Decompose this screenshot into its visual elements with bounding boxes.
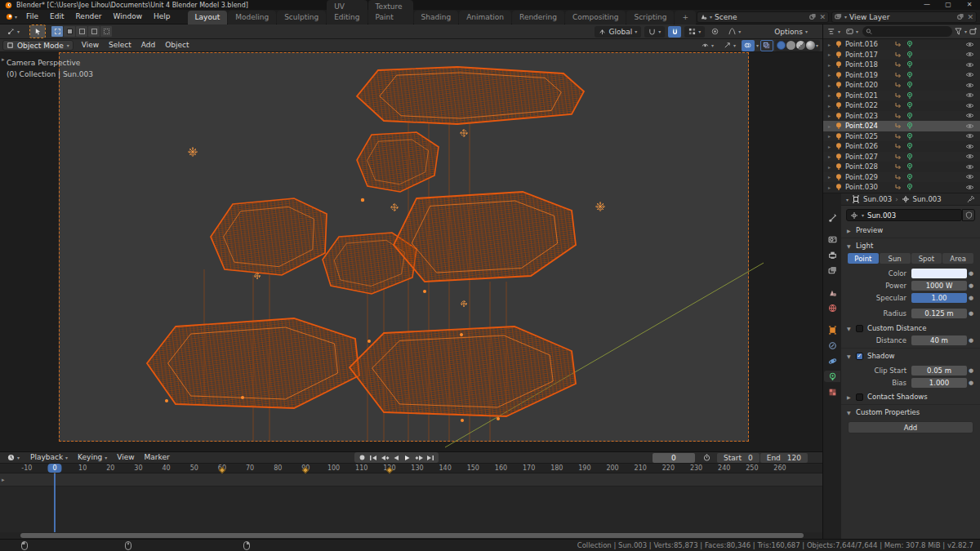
play-button[interactable]	[403, 453, 413, 462]
expand-arrow-icon[interactable]: ▸	[828, 92, 835, 98]
tab-object[interactable]	[824, 324, 840, 335]
expand-arrow-icon[interactable]: ▸	[828, 144, 835, 149]
expand-arrow-icon[interactable]: ▸	[828, 133, 835, 139]
timeline-expander-icon[interactable]: ▸	[2, 477, 5, 483]
start-frame-field[interactable]: Start 0	[717, 453, 760, 463]
eye-icon[interactable]	[965, 173, 974, 180]
object-visibility-dropdown[interactable]: ▾	[697, 40, 718, 51]
tab-object-data[interactable]	[824, 371, 840, 382]
eye-icon[interactable]	[965, 51, 974, 58]
outliner-row[interactable]: ▸ Point.029	[823, 172, 980, 183]
timeline-body[interactable]	[0, 487, 822, 532]
current-frame-field[interactable]: 0	[653, 453, 695, 463]
active-tool-button[interactable]	[30, 25, 45, 38]
record-button[interactable]	[357, 453, 368, 462]
select-mode-circle[interactable]	[76, 26, 87, 37]
wireframe-model[interactable]	[147, 67, 584, 416]
eye-icon[interactable]	[965, 163, 974, 171]
tab-render[interactable]	[824, 233, 840, 245]
workspace-tab[interactable]: +	[675, 11, 696, 24]
menu-item[interactable]: Edit	[44, 10, 69, 24]
unlink-icon[interactable]: ✕	[819, 13, 826, 21]
expand-arrow-icon[interactable]: ▸	[828, 113, 835, 118]
eye-icon[interactable]	[965, 71, 974, 78]
outliner-row[interactable]: ▸ Point.020	[823, 80, 980, 91]
tab-view-layer[interactable]	[824, 264, 840, 276]
expand-arrow-icon[interactable]: ▸	[828, 103, 835, 109]
close-button[interactable]: ✕	[959, 0, 980, 10]
distance-field[interactable]: 40 m	[911, 335, 967, 345]
workspace-tab[interactable]: Modeling	[228, 11, 276, 24]
menu-item[interactable]: Help	[148, 10, 176, 24]
outliner-display-mode[interactable]: ▾	[826, 26, 842, 38]
mode-selector[interactable]: Object Mode ▾	[2, 40, 74, 51]
tab-tool[interactable]	[824, 211, 840, 223]
expand-arrow-icon[interactable]: ▸	[828, 184, 835, 190]
color-swatch[interactable]	[911, 269, 967, 278]
outliner-row[interactable]: ▸ Point.023	[823, 111, 980, 122]
overlays-toggle[interactable]	[742, 40, 755, 51]
outliner-row[interactable]: ▸ Point.026	[823, 141, 980, 152]
outliner-row[interactable]: ▸ Point.022	[823, 100, 980, 111]
outliner-row[interactable]: ▸ Point.028	[823, 162, 980, 172]
outliner-row[interactable]: ▸ Point.024	[823, 121, 980, 131]
expand-arrow-icon[interactable]: ▸	[828, 62, 835, 68]
custom-properties-header[interactable]: ▼ Custom Properties	[841, 407, 980, 418]
eye-icon[interactable]	[965, 41, 974, 48]
copy-icon[interactable]	[809, 13, 817, 20]
snap-target-dropdown[interactable]: ▾	[644, 26, 665, 38]
stopwatch-icon[interactable]	[703, 454, 710, 461]
animate-dot[interactable]: ●	[967, 295, 975, 301]
tab-world[interactable]	[824, 302, 840, 313]
eye-icon[interactable]	[965, 132, 974, 140]
workspace-tab[interactable]: Sculpting	[277, 11, 326, 24]
select-mode-box[interactable]	[64, 26, 75, 37]
animate-dot[interactable]: ●	[967, 337, 975, 344]
expand-arrow-icon[interactable]: ▸	[828, 82, 835, 88]
menu-item[interactable]: File	[20, 10, 44, 24]
shading-solid-button[interactable]	[786, 41, 795, 50]
transform-orientation-dropdown[interactable]: Global ▾	[595, 26, 641, 38]
eye-icon[interactable]	[965, 91, 974, 99]
animate-dot[interactable]: ●	[967, 282, 975, 289]
filter-icon[interactable]	[955, 28, 962, 35]
view-menu[interactable]: View	[112, 452, 139, 463]
bias-field[interactable]: 1.000	[911, 378, 967, 388]
expand-arrow-icon[interactable]: ▸	[828, 123, 835, 129]
eye-icon[interactable]	[965, 82, 974, 89]
contact-shadows-header[interactable]: ▶ Contact Shadows	[841, 391, 980, 402]
outliner-row[interactable]: ▸ Point.027	[823, 152, 980, 162]
workspace-tab[interactable]: Scripting	[626, 11, 674, 24]
playback-menu[interactable]: Playback ▾	[25, 452, 73, 463]
menu-item[interactable]: Render	[70, 10, 108, 24]
pin-icon[interactable]	[967, 195, 975, 203]
gizmos-dropdown[interactable]: ▾	[719, 40, 740, 51]
workspace-tab[interactable]: Compositing	[565, 11, 626, 24]
next-keyframe-button[interactable]	[414, 453, 425, 462]
select-mode-lasso[interactable]	[88, 26, 100, 37]
tab-constraints[interactable]	[824, 340, 840, 351]
outliner-search-input[interactable]	[875, 28, 949, 35]
proportional-edit-toggle[interactable]	[708, 26, 721, 38]
snap-mode-dropdown[interactable]: ▾	[684, 26, 705, 38]
play-reverse-button[interactable]	[391, 453, 402, 462]
add-property-button[interactable]: Add	[848, 421, 973, 433]
expand-arrow-icon[interactable]: ▸	[828, 153, 835, 159]
eye-icon[interactable]	[965, 153, 974, 160]
current-frame-indicator[interactable]: 0	[47, 464, 61, 473]
eye-icon[interactable]	[965, 122, 974, 130]
workspace-tab[interactable]: Texture Paint	[368, 0, 413, 24]
menu-item[interactable]: Window	[108, 10, 149, 24]
expand-arrow-icon[interactable]: ▸	[828, 164, 835, 170]
remove-icon[interactable]: ✕	[967, 13, 973, 21]
expand-arrow-icon[interactable]: ▸	[828, 51, 835, 57]
tab-scene[interactable]	[824, 287, 840, 298]
outliner-row[interactable]: ▸ Point.030	[823, 182, 980, 193]
eye-icon[interactable]	[965, 184, 974, 191]
radius-field[interactable]: 0.125 m	[911, 309, 967, 318]
datablock-selector[interactable]: ▾ Sun.003	[846, 209, 962, 221]
timeline-track-area[interactable]: ▸ -1001020304050607080901001101201301401…	[0, 464, 822, 532]
breadcrumb-object[interactable]: Sun.003	[863, 195, 892, 203]
jump-to-end-button[interactable]	[425, 453, 436, 462]
outliner-row[interactable]: ▸ Point.019	[823, 70, 980, 81]
